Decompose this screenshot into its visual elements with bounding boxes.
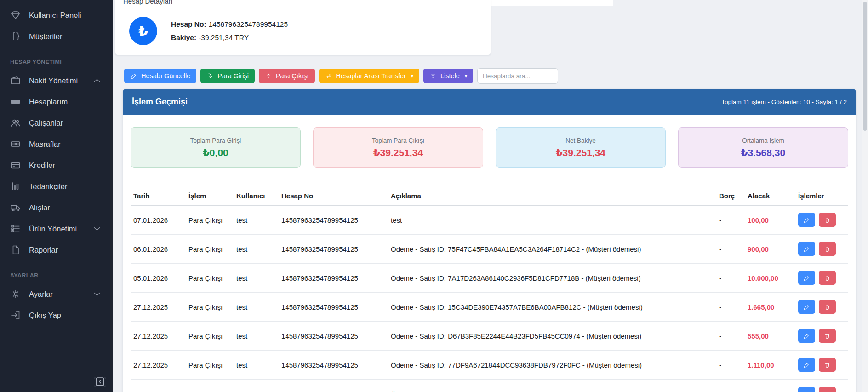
cell-islem: Para Çıkışı bbox=[186, 206, 234, 235]
cell-tarih: 27.12.2025 bbox=[131, 351, 186, 380]
delete-button[interactable] bbox=[819, 300, 836, 314]
search-input[interactable] bbox=[477, 68, 558, 84]
account-info: Hesap No:14587963254789954125 Bakiye:-39… bbox=[171, 20, 288, 42]
table-row: 27.12.2025Para Çıkışıtest145879632547899… bbox=[131, 293, 848, 322]
cell-aciklama: Ödeme - Satış ID: 7A17D263A86140C2936F5D… bbox=[388, 264, 716, 293]
cell-tarih: 07.01.2026 bbox=[131, 206, 186, 235]
trash-icon bbox=[824, 246, 831, 253]
gem-icon bbox=[10, 10, 21, 21]
summary-card-label: Toplam Para Çıkışı bbox=[372, 137, 424, 144]
sidebar-item-label: Müşteriler bbox=[29, 32, 62, 41]
account-card-body: ₺ Hesap No:14587963254789954125 Bakiye:-… bbox=[115, 11, 491, 51]
summary-card: Toplam Para Girişi₺0,00 bbox=[131, 127, 301, 168]
edit-button[interactable] bbox=[798, 271, 815, 285]
account-number-value: 14587963254789954125 bbox=[209, 20, 288, 28]
edit-button[interactable] bbox=[798, 213, 815, 227]
delete-button[interactable] bbox=[819, 242, 836, 256]
listele-button[interactable]: Listele▾ bbox=[423, 69, 473, 83]
banknote-icon bbox=[10, 138, 21, 150]
page-title: Hesap Detayları bbox=[123, 0, 483, 5]
summary-card-value: ₺39.251,34 bbox=[556, 147, 605, 158]
edit-button[interactable] bbox=[798, 300, 815, 314]
cell-hesap_no: 14587963254789954125 bbox=[279, 235, 388, 264]
scrollbar-thumb[interactable] bbox=[863, 2, 867, 131]
hesabı-güncelle-button[interactable]: Hesabı Güncelle bbox=[124, 69, 196, 83]
window-scrollbar[interactable] bbox=[862, 0, 868, 392]
users-icon bbox=[10, 117, 21, 128]
delete-button[interactable] bbox=[819, 329, 836, 343]
cell-aciklama: Ödeme - Satış ID: 77DF9A6721844DCC93638F… bbox=[388, 351, 716, 380]
cell-actions bbox=[795, 235, 848, 264]
delete-button[interactable] bbox=[819, 213, 836, 227]
edit-button[interactable] bbox=[798, 242, 815, 256]
main-content: Hesap Detayları ₺ Hesap No:1458796325478… bbox=[113, 0, 868, 392]
table-header-row: TarihİşlemKullanıcıHesap NoAçıklamaBorçA… bbox=[131, 186, 848, 206]
sidebar-item-ayarlar[interactable]: Ayarlar bbox=[0, 283, 113, 305]
list-icon bbox=[10, 223, 21, 234]
para-çıkışı-button[interactable]: Para Çıkışı bbox=[259, 69, 315, 83]
cell-hesap_no: 14587963254789954125 bbox=[279, 293, 388, 322]
cell-actions bbox=[795, 293, 848, 322]
column-header: İşlemler bbox=[795, 186, 848, 206]
trash-icon bbox=[824, 333, 831, 340]
cell-alacak: 1.110,00 bbox=[745, 351, 795, 380]
pencil-icon bbox=[803, 333, 810, 340]
column-header: Hesap No bbox=[279, 186, 388, 206]
filter-icon bbox=[429, 72, 437, 80]
toolbar-buttons: Hesabı GüncellePara GirişiPara ÇıkışıHes… bbox=[124, 69, 473, 83]
edit-button[interactable] bbox=[798, 387, 815, 392]
table-row: 27.12.2025Para Çıkışıtest145879632547899… bbox=[131, 380, 848, 392]
sidebar-item-masraflar[interactable]: Masraflar bbox=[0, 133, 113, 155]
cell-islem: Para Çıkışı bbox=[186, 380, 234, 392]
cell-borc: - bbox=[716, 235, 745, 264]
sidebar-item-nakit-y-netimi[interactable]: Nakit Yönetimi bbox=[0, 70, 113, 91]
sidebar-item-hesaplar-m[interactable]: VISAHesaplarım bbox=[0, 91, 113, 112]
cell-borc: - bbox=[716, 264, 745, 293]
caret-down-icon: ▾ bbox=[411, 74, 413, 79]
sidebar-item--r-n-y-netimi[interactable]: Ürün Yönetimi bbox=[0, 218, 113, 239]
cell-islem: Para Çıkışı bbox=[186, 293, 234, 322]
cell-hesap_no: 14587963254789954125 bbox=[279, 351, 388, 380]
sidebar-item-label: Masraflar bbox=[29, 140, 61, 149]
cell-tarih: 27.12.2025 bbox=[131, 322, 186, 351]
delete-button[interactable] bbox=[819, 271, 836, 285]
sidebar-item-label: Krediler bbox=[29, 161, 55, 170]
history-card-body: Toplam Para Girişi₺0,00Toplam Para Çıkış… bbox=[123, 115, 856, 392]
collapse-icon bbox=[94, 376, 106, 389]
delete-button[interactable] bbox=[819, 358, 836, 372]
sidebar-item-tedarik-iler[interactable]: Tedarikçiler bbox=[0, 176, 113, 197]
transfer-icon bbox=[325, 72, 332, 80]
cell-tarih: 27.12.2025 bbox=[131, 293, 186, 322]
cell-borc: - bbox=[716, 351, 745, 380]
sidebar-item-krediler[interactable]: Krediler bbox=[0, 155, 113, 176]
sidebar-item--k-yap[interactable]: Çıkış Yap bbox=[0, 305, 113, 326]
sidebar-item-raporlar[interactable]: Raporlar bbox=[0, 239, 113, 260]
cell-kullanici: test bbox=[234, 322, 279, 351]
button-label: Para Çıkışı bbox=[276, 72, 309, 80]
sidebar-item-kullan-c-paneli[interactable]: Kullanıcı Paneli bbox=[0, 5, 113, 26]
edit-button[interactable] bbox=[798, 358, 815, 372]
turkish-lira-icon: ₺ bbox=[129, 17, 157, 45]
column-header: Kullanıcı bbox=[234, 186, 279, 206]
button-label: Listele bbox=[440, 72, 460, 80]
cell-hesap_no: 14587963254789954125 bbox=[279, 322, 388, 351]
transactions-table: TarihİşlemKullanıcıHesap NoAçıklamaBorçA… bbox=[131, 186, 848, 392]
sidebar-nav: Kullanıcı PaneliMüşterilerHESAP YÖNETIMI… bbox=[0, 0, 113, 326]
sidebar: Kullanıcı PaneliMüşterilerHESAP YÖNETIMI… bbox=[0, 0, 113, 392]
para-girişi-button[interactable]: Para Girişi bbox=[200, 69, 255, 83]
pencil-icon bbox=[803, 246, 810, 253]
account-balance-value: -39.251,34 TRY bbox=[199, 34, 249, 41]
sidebar-item-m-teriler[interactable]: Müşteriler bbox=[0, 26, 113, 47]
pencil-icon bbox=[803, 362, 810, 369]
sidebar-item-label: Raporlar bbox=[29, 246, 58, 254]
sidebar-section-label: AYARLAR bbox=[0, 260, 113, 283]
delete-button[interactable] bbox=[819, 387, 836, 392]
cell-actions bbox=[795, 351, 848, 380]
sidebar-collapse-button[interactable] bbox=[94, 377, 106, 387]
sidebar-item-al-lar[interactable]: Alışlar bbox=[0, 197, 113, 218]
summary-card-label: Net Bakiye bbox=[565, 137, 595, 144]
cell-tarih: 06.01.2026 bbox=[131, 235, 186, 264]
hesaplar-arası-transfer-button[interactable]: Hesaplar Arası Transfer▾ bbox=[319, 69, 419, 83]
sidebar-item--al-anlar[interactable]: Çalışanlar bbox=[0, 112, 113, 133]
edit-button[interactable] bbox=[798, 329, 815, 343]
